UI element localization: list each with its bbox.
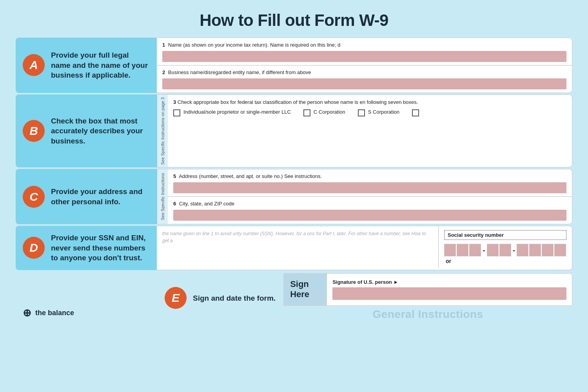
ssn-cell-7[interactable]	[529, 244, 541, 256]
ssn-cell-9[interactable]	[554, 244, 566, 256]
main-container: A Provide your full legal name and the n…	[0, 38, 588, 323]
form-panel-a: 1 Name (as shown on your income tax retu…	[157, 38, 572, 93]
signature-bar[interactable]	[332, 287, 566, 300]
instruction-panel-b: B Check the box that most accurately des…	[16, 94, 157, 167]
ssn-group-3	[517, 244, 566, 256]
sign-here-panel: Sign Here Signature of U.S. person ►	[283, 273, 572, 306]
ssn-cell-4[interactable]	[487, 244, 499, 256]
field-num-c2: 6	[173, 201, 176, 207]
instruction-text-b: Check the box that most accurately descr…	[51, 116, 149, 146]
instruction-panel-d: D Provide your SSN and EIN, never send t…	[16, 226, 157, 270]
checkbox-item-c-corp: C Corporation	[303, 109, 345, 116]
tax-classification-text-b: Check appropriate box for federal tax cl…	[178, 99, 418, 105]
ssn-cell-1[interactable]	[444, 244, 456, 256]
input-bar-c1[interactable]	[173, 182, 566, 193]
ssn-boxes: - -	[444, 244, 566, 256]
checkbox-label-individual: Individual/sole proprietor or single-mem…	[183, 109, 291, 115]
tax-classification-label: 3 Check appropriate box for federal tax …	[173, 99, 566, 106]
instruction-text-c: Provide your address and other personal …	[51, 187, 149, 207]
sign-here-label: Sign Here	[284, 274, 327, 305]
field-label-a2: 2 Business name/disregarded entity name,…	[162, 69, 566, 76]
ssn-label: Social security number	[444, 230, 566, 240]
form-section-c1: 5 Address (number, street, and apt. or s…	[168, 169, 572, 197]
checkbox-extra[interactable]	[412, 109, 419, 116]
side-rotated-b: See Specific Instructions on page 3	[157, 95, 168, 167]
ssn-cell-8[interactable]	[542, 244, 554, 256]
signature-label: Signature of U.S. person ►	[332, 279, 566, 285]
brand-icon: ⊕	[23, 307, 31, 319]
ssn-cell-3[interactable]	[469, 244, 481, 256]
checkbox-item-individual: Individual/sole proprietor or single-mem…	[173, 109, 291, 116]
field-label-a1: 1 Name (as shown on your income tax retu…	[162, 42, 566, 49]
ssn-dash-2: -	[513, 246, 515, 255]
field-num-c1: 5	[173, 173, 176, 179]
badge-d: D	[23, 237, 45, 259]
input-bar-c2[interactable]	[173, 210, 566, 221]
ssn-dash-1: -	[483, 246, 485, 255]
sign-area-wrapper: Sign Here Signature of U.S. person ► Gen…	[283, 273, 572, 323]
badge-a: A	[23, 54, 45, 76]
row-a: A Provide your full legal name and the n…	[16, 38, 572, 93]
sign-here-text: Sign Here	[290, 279, 309, 300]
badge-b: B	[23, 120, 45, 142]
general-instructions: General Instructions	[283, 306, 572, 323]
instruction-text-d: Provide your SSN and EIN, never send the…	[51, 233, 149, 263]
form-panel-inner-c: 5 Address (number, street, and apt. or s…	[168, 169, 572, 224]
form-section-a2: 2 Business name/disregarded entity name,…	[157, 65, 572, 93]
form-section-a1: 1 Name (as shown on your income tax retu…	[157, 38, 572, 65]
checkbox-item-s-corp: S Corporation	[358, 109, 399, 116]
badge-e: E	[165, 287, 187, 309]
checkbox-individual[interactable]	[173, 109, 180, 116]
checkbox-row-b: Individual/sole proprietor or single-mem…	[173, 109, 566, 116]
brand-name: the balance	[35, 309, 74, 317]
ssn-section: the name given on line 1 to avoid urity …	[157, 226, 572, 268]
field-num-a2: 2	[162, 69, 165, 75]
field-label-c1: 5 Address (number, street, and apt. or s…	[173, 173, 566, 180]
form-panel-b: See Specific Instructions on page 3 3 Ch…	[157, 94, 572, 167]
side-rotated-c: See Specific Instructions	[157, 169, 168, 224]
row-e: ⊕ the balance E Sign and date the form. …	[16, 273, 572, 323]
ssn-cell-5[interactable]	[499, 244, 511, 256]
field-label-text-c2: City, state, and ZIP code	[179, 201, 234, 207]
row-c: C Provide your address and other persona…	[16, 169, 572, 224]
ssn-group-2	[487, 244, 511, 256]
field-num-a1: 1	[162, 42, 165, 48]
ssn-group-1	[444, 244, 481, 256]
ssn-or-label: or	[444, 258, 566, 264]
input-bar-a1[interactable]	[162, 51, 566, 62]
form-section-c2: 6 City, state, and ZIP code	[168, 197, 572, 224]
sign-date-text: Sign and date the form.	[193, 293, 276, 303]
checkbox-c-corp[interactable]	[303, 109, 310, 116]
ssn-cell-2[interactable]	[457, 244, 468, 256]
instruction-text-a: Provide your full legal name and the nam…	[51, 50, 149, 80]
signature-area: Signature of U.S. person ►	[327, 274, 572, 305]
checkbox-label-s-corp: S Corporation	[368, 109, 399, 115]
form-section-b: 3 Check appropriate box for federal tax …	[168, 95, 572, 120]
form-panel-inner-b: 3 Check appropriate box for federal tax …	[168, 95, 572, 167]
bottom-middle: E Sign and date the form.	[157, 273, 283, 323]
checkbox-s-corp[interactable]	[358, 109, 365, 116]
instruction-panel-c: C Provide your address and other persona…	[16, 169, 157, 224]
field-label-text-a1: Name (as shown on your income tax return…	[168, 42, 340, 48]
row-d: D Provide your SSN and EIN, never send t…	[16, 226, 572, 270]
ssn-right: Social security number - -	[439, 226, 572, 268]
field-label-text-c1: Address (number, street, and apt. or sui…	[179, 173, 322, 179]
checkbox-label-c-corp: C Corporation	[314, 109, 345, 115]
brand-logo: ⊕ the balance	[23, 307, 74, 319]
ssn-cell-6[interactable]	[517, 244, 528, 256]
row-b: B Check the box that most accurately des…	[16, 94, 572, 167]
instruction-panel-a: A Provide your full legal name and the n…	[16, 38, 157, 93]
tax-num-b: 3	[173, 99, 178, 105]
form-panel-c: See Specific Instructions 5 Address (num…	[157, 169, 572, 224]
badge-c: C	[23, 186, 45, 208]
ssn-placeholder-text: the name given on line 1 to avoid urity …	[157, 226, 439, 268]
field-label-c2: 6 City, state, and ZIP code	[173, 201, 566, 207]
form-panel-d: the name given on line 1 to avoid urity …	[157, 226, 572, 270]
field-label-text-a2: Business name/disregarded entity name, i…	[168, 69, 311, 75]
bottom-left-spacer: ⊕ the balance	[16, 273, 157, 323]
input-bar-a2[interactable]	[162, 78, 566, 89]
page-title: How to Fill out Form W-9	[0, 0, 588, 38]
